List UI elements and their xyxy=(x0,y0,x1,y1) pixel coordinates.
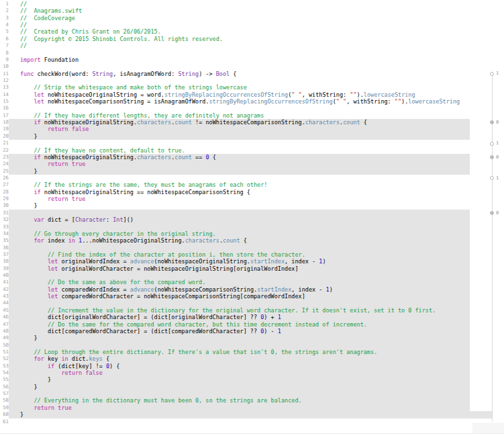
code-text[interactable]: // CodeCoverage xyxy=(0,15,470,21)
code-text[interactable]: for index in 1...noWhitespaceOriginalStr… xyxy=(0,237,470,244)
code-text[interactable]: // If they have no content, default to t… xyxy=(0,147,470,154)
code-text[interactable]: // Copyright © 2015 Shinobi Controls. Al… xyxy=(0,36,470,42)
line-number[interactable]: 16 xyxy=(0,105,9,112)
code-text[interactable]: // Do the same as above for the compared… xyxy=(0,279,470,286)
code-line: 10 xyxy=(0,63,504,70)
code-line: 31 xyxy=(0,210,504,216)
code-line: 40 xyxy=(0,272,504,279)
code-text[interactable]: // Loop through the entire dictionary. I… xyxy=(0,349,470,355)
code-text[interactable]: // Go through every character in the ori… xyxy=(0,230,470,237)
code-text[interactable]: dict[originalWordCharacter] = (dict[orig… xyxy=(0,314,470,320)
coverage-marker-circle[interactable] xyxy=(490,72,494,76)
code-text[interactable]: // Find the index of the character at po… xyxy=(0,251,470,258)
code-text[interactable]: // Do the same for the compared word cha… xyxy=(0,321,470,328)
code-text[interactable]: let noWhitespaceOriginalString = word.st… xyxy=(0,91,470,98)
code-line: 6// Copyright © 2015 Shinobi Controls. A… xyxy=(0,36,504,42)
code-text[interactable]: // Everything in the dictionary must hav… xyxy=(0,397,470,404)
code-text[interactable]: for key in dict.keys { xyxy=(0,355,470,362)
code-text[interactable]: if (dict[key] != 0) { xyxy=(0,363,470,369)
code-line: 42 let comparedWordIndex = advance(noWhi… xyxy=(0,286,504,293)
code-text[interactable]: // Anagrams.swift xyxy=(0,7,470,14)
code-line: 55 } xyxy=(0,376,504,383)
code-text[interactable]: let noWhitespaceComparisonString = isAna… xyxy=(0,98,470,105)
code-line: 50 xyxy=(0,342,504,349)
coverage-marker-circle[interactable] xyxy=(490,142,494,146)
code-text[interactable]: let comparedWordCharacter = noWhitespace… xyxy=(0,293,470,300)
code-line: 1// xyxy=(0,1,504,7)
code-text[interactable]: import Foundation xyxy=(0,56,470,63)
code-text[interactable]: let originalWordCharacter = noWhitespace… xyxy=(0,265,470,272)
code-text[interactable]: var dict = [Character: Int]() xyxy=(0,216,470,223)
content-bottom-edge xyxy=(0,433,504,434)
code-line: 51 // Loop through the entire dictionary… xyxy=(0,349,504,355)
code-line: 20 } xyxy=(0,133,504,140)
code-text[interactable]: return false xyxy=(0,126,470,132)
line-number[interactable]: 10 xyxy=(0,63,9,70)
code-text[interactable]: return true xyxy=(0,195,470,202)
code-text[interactable]: return false xyxy=(0,369,470,376)
line-number[interactable]: 50 xyxy=(0,342,9,349)
code-text[interactable]: } xyxy=(0,376,470,383)
code-line: 14 let noWhitespaceOriginalString = word… xyxy=(0,91,504,98)
code-text[interactable]: let comparedWordIndex = advance(noWhites… xyxy=(0,286,470,293)
code-text[interactable]: return true xyxy=(0,404,470,411)
code-text[interactable]: dict[comparedWordCharacter] = (dict[comp… xyxy=(0,328,470,335)
code-text[interactable]: } xyxy=(0,411,470,418)
line-number[interactable]: 26 xyxy=(0,175,9,181)
line-number[interactable]: 61 xyxy=(0,419,9,425)
code-line: 13 // Strip the whitespace and make both… xyxy=(0,84,504,91)
code-line: 36 xyxy=(0,245,504,251)
code-text[interactable]: // xyxy=(0,21,470,28)
code-text[interactable]: } xyxy=(0,202,470,209)
line-number[interactable]: 8 xyxy=(0,50,9,56)
code-line: 5// Created by Chris Grant on 26/06/2015… xyxy=(0,28,504,35)
line-number[interactable]: 57 xyxy=(0,390,9,397)
code-text[interactable]: if noWhitespaceOriginalString == noWhite… xyxy=(0,189,470,195)
code-text[interactable]: // Created by Chris Grant on 26/06/2015. xyxy=(0,28,470,35)
code-line: 2// Anagrams.swift xyxy=(0,7,504,14)
line-number[interactable]: 12 xyxy=(0,77,9,84)
coverage-count: 1 xyxy=(496,176,499,181)
code-text[interactable]: func checkWord(word: String, isAnagramOf… xyxy=(0,71,470,77)
code-text[interactable]: } xyxy=(0,335,470,341)
code-text[interactable]: if noWhitespaceOriginalString.characters… xyxy=(0,154,470,161)
code-line: 60} xyxy=(0,411,504,418)
code-line: 16 xyxy=(0,105,504,112)
code-text[interactable]: // If the strings are the same, they mus… xyxy=(0,181,470,188)
code-line: 17 // If they have different lengths, th… xyxy=(0,112,504,119)
code-text[interactable]: // Increment the value in the dictionary… xyxy=(0,307,470,314)
code-line: 34 // Go through every character in the … xyxy=(0,230,504,237)
code-line: 33 xyxy=(0,224,504,230)
code-text[interactable]: // Strip the whitespace and make both of… xyxy=(0,84,470,91)
line-number[interactable]: 31 xyxy=(0,210,9,216)
line-number[interactable]: 40 xyxy=(0,272,9,279)
code-line: 32 var dict = [Character: Int]() xyxy=(0,216,504,223)
code-line: 12 xyxy=(0,77,504,84)
code-line: 54 return false xyxy=(0,369,504,376)
line-number[interactable]: 36 xyxy=(0,245,9,251)
code-line: 9import Foundation xyxy=(0,56,504,63)
code-line: 27 // If the strings are the same, they … xyxy=(0,181,504,188)
code-line: 49 } xyxy=(0,335,504,341)
code-text[interactable]: if noWhitespaceOriginalString.characters… xyxy=(0,119,470,126)
code-line: 35 for index in 1...noWhitespaceOriginal… xyxy=(0,237,504,244)
code-line: 22 // If they have no content, default t… xyxy=(0,147,504,154)
code-text[interactable]: // xyxy=(0,42,470,49)
code-line: 29 return true xyxy=(0,195,504,202)
code-text[interactable]: } xyxy=(0,133,470,140)
code-text[interactable]: // xyxy=(0,1,470,7)
code-line: 47 // Do the same for the compared word … xyxy=(0,321,504,328)
code-line: 41 // Do the same as above for the compa… xyxy=(0,279,504,286)
line-number[interactable]: 44 xyxy=(0,300,9,306)
code-text[interactable]: let originalWordIndex = advance(noWhites… xyxy=(0,258,470,265)
line-number[interactable]: 21 xyxy=(0,140,9,146)
code-line: 30 } xyxy=(0,202,504,209)
code-line: 46 dict[originalWordCharacter] = (dict[o… xyxy=(0,314,504,320)
code-text[interactable]: // If they have different lengths, they … xyxy=(0,112,470,119)
code-line: 8 xyxy=(0,50,504,56)
code-text[interactable]: return true xyxy=(0,161,470,167)
code-line: 25 } xyxy=(0,168,504,175)
code-text[interactable]: } xyxy=(0,384,470,390)
code-text[interactable]: } xyxy=(0,168,470,175)
line-number[interactable]: 33 xyxy=(0,224,9,230)
